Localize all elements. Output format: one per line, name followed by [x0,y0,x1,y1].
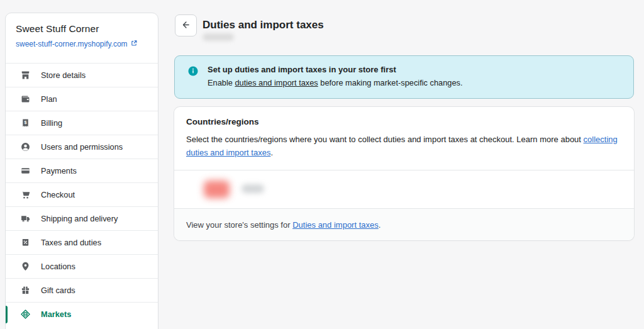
shipping-truck-icon [19,213,31,225]
sidebar-item-label: Checkout [41,190,75,199]
card-header-section: Countries/regions Select the countries/r… [174,107,634,170]
sidebar-item-payments[interactable]: Payments [6,159,158,182]
store-url-link[interactable]: sweet-stuff-corner.myshopify.com [16,39,138,48]
info-banner: Set up duties and import taxes in your s… [174,55,634,99]
card-description: Select the countries/regions where you w… [186,133,622,159]
sidebar-item-label: Payments [41,166,77,176]
redacted-country-flag [204,181,230,198]
sidebar-item-label: Shipping and delivery [41,214,118,223]
sidebar-item-label: Plan [41,94,57,104]
redacted-subtitle [203,33,234,41]
sidebar: Sweet Stuff Corner sweet-stuff-corner.my… [5,13,158,329]
sidebar-item-users-and-permissions[interactable]: Users and permissions [6,135,158,159]
payments-icon [19,165,31,177]
sidebar-item-store-details[interactable]: Store details [6,63,158,87]
page-title: Duties and import taxes [203,19,324,31]
info-icon [187,65,199,77]
taxes-percent-icon [19,237,31,248]
svg-text:$: $ [24,120,26,125]
banner-body-suffix: before making market-specific changes. [318,78,463,87]
sidebar-item-label: Users and permissions [41,142,123,152]
banner-title: Set up duties and import taxes in your s… [208,65,462,74]
plan-icon [19,93,31,105]
sidebar-item-label: Taxes and duties [41,238,101,247]
sidebar-item-label: Gift cards [41,286,75,295]
sidebar-item-label: Billing [41,118,62,128]
checkout-cart-icon [19,189,31,201]
sidebar-header: Sweet Stuff Corner sweet-stuff-corner.my… [6,13,158,63]
sidebar-item-plan[interactable]: Plan [6,87,158,111]
sidebar-item-billing[interactable]: $ Billing [6,111,158,135]
markets-icon [19,308,31,320]
users-icon [19,141,31,153]
back-arrow-icon [180,20,191,32]
footer-duties-link[interactable]: Duties and import taxes [292,220,379,230]
storefront-icon [19,69,31,81]
sidebar-item-shipping-and-delivery[interactable]: Shipping and delivery [6,206,158,230]
sidebar-item-label: Locations [41,262,75,271]
store-name: Sweet Stuff Corner [16,23,148,35]
sidebar-item-gift-cards[interactable]: Gift cards [6,278,158,302]
countries-regions-card: Countries/regions Select the countries/r… [174,107,634,240]
settings-nav: Store details Plan $ Billing Users and p… [6,63,158,326]
banner-body: Enable duties and import taxes before ma… [208,78,462,87]
sidebar-item-label: Markets [41,309,71,319]
store-url-text: sweet-stuff-corner.myshopify.com [16,40,128,48]
redacted-country-name [242,184,264,193]
back-button[interactable] [175,14,197,36]
duties-and-import-taxes-link[interactable]: duties and import taxes [235,78,318,87]
redacted-country-row[interactable] [174,170,634,208]
billing-icon: $ [19,117,31,129]
sidebar-item-markets[interactable]: Markets [6,302,158,326]
footer-text-suffix: . [379,220,381,230]
footer-text-prefix: View your store's settings for [186,220,291,230]
card-title: Countries/regions [186,117,622,126]
external-link-icon [130,39,138,48]
sidebar-item-locations[interactable]: Locations [6,254,158,278]
gift-icon [19,284,31,296]
card-description-suffix: . [270,148,273,157]
banner-body-prefix: Enable [208,78,235,87]
location-pin-icon [19,260,31,272]
card-description-prefix: Select the countries/regions where you w… [186,135,584,144]
sidebar-item-checkout[interactable]: Checkout [6,182,158,206]
sidebar-item-label: Store details [41,70,86,80]
sidebar-item-taxes-and-duties[interactable]: Taxes and duties [6,230,158,254]
settings-page: Sweet Stuff Corner sweet-stuff-corner.my… [0,0,644,329]
card-footer: View your store's settings for Duties an… [174,208,634,240]
